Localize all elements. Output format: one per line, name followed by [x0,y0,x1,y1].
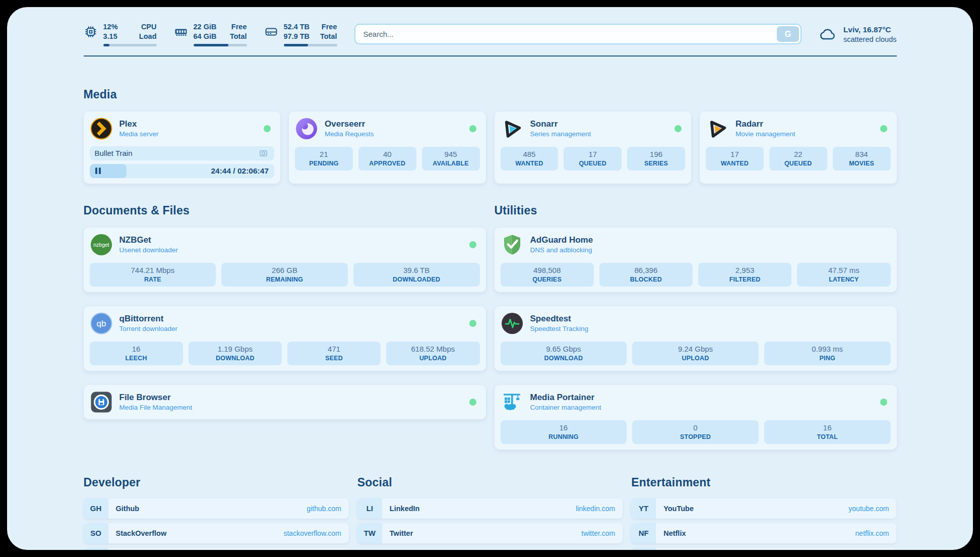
bookmark-url: stackoverflow.com [283,529,341,537]
now-playing-title: Bullet Train [95,149,260,157]
bookmark-row-github[interactable]: GH Github github.com [84,498,349,519]
ram-progress-fill [194,44,229,46]
service-card-nzbget[interactable]: nzbget NZBGet Usenet downloader 744.21 M… [84,228,486,292]
service-description: Usenet downloader [119,246,178,254]
stat-label: WANTED [707,160,763,167]
pause-icon [95,168,101,174]
search-input[interactable] [354,24,802,44]
speedtest-icon [501,312,524,335]
stat-value: 40 [359,150,415,158]
bookmark-row-youtube[interactable]: YT YouTube youtube.com [631,498,896,519]
stat-label: BLOCKED [600,276,692,283]
stat-box: 485WANTED [501,147,559,171]
stat-label: TOTAL [765,433,890,440]
service-description: Series management [530,130,591,138]
stat-box: 16TOTAL [764,420,891,444]
stat-value: 266 GB [222,266,347,274]
ram-icon [174,25,188,39]
disk-free: 52.4 TB [284,22,310,32]
section-title-documents: Documents & Files [84,204,486,217]
stat-value: 86,396 [600,266,692,274]
service-title: Sonarr [530,119,591,129]
service-card-speedtest[interactable]: Speedtest Speedtest Tracking 9.65 GbpsDO… [495,306,897,371]
cpu-label: CPU [141,22,157,32]
bookmark-abbr: SO [84,523,108,543]
cpu-load: 3.15 [103,32,117,41]
service-card-filebrowser[interactable]: File Browser Media File Management [84,385,486,419]
stat-label: SEED [288,355,380,362]
disk-widget: 52.4 TBFree 97.9 TBTotal [264,22,337,46]
dashboard-panel: 12%CPU 3.15Load 22 [7,7,973,550]
stat-value: 17 [707,150,763,158]
bookmark-group-developer: Developer GH Github github.com SO StackO… [84,476,349,550]
service-card-plex[interactable]: Plex Media server Bullet Train 24:44 / 0… [84,112,281,184]
stat-value: 16 [502,423,626,432]
service-card-overseerr[interactable]: Overseerr Media Requests 21PENDING 40APP… [289,112,486,184]
stat-box: 9.65 GbpsDOWNLOAD [501,342,627,365]
utilities-column: Utilities AdGuard Home DNS and adblockin… [495,204,897,450]
bookmark-row-stackoverflow[interactable]: SO StackOverflow stackoverflow.com [84,523,349,543]
stat-box: 17WANTED [706,147,764,171]
playback-progress-bar: 24:44 / 02:06:47 [90,164,275,178]
stat-value: 39.6 TB [354,266,479,274]
stat-value: 945 [423,150,479,158]
disk-total: 97.9 TB [284,32,310,41]
stat-value: 21 [296,150,352,158]
service-card-adguard[interactable]: AdGuard Home DNS and adblocking 498,508Q… [495,228,897,292]
stat-label: UPLOAD [387,355,478,362]
search-bar: G [354,24,802,44]
divider [84,55,897,57]
bookmark-row-linkedin[interactable]: LI LinkedIn linkedin.com [357,498,623,519]
stat-label: PING [765,355,890,362]
service-card-sonarr[interactable]: Sonarr Series management 485WANTED 17QUE… [495,112,692,184]
stat-box: 2,953FILTERED [698,263,791,287]
service-card-radarr[interactable]: Radarr Movie management 17WANTED 22QUEUE… [700,112,897,184]
status-dot [264,125,271,132]
service-title: Speedtest [530,314,589,324]
stat-value: 47.57 ms [798,266,889,274]
stat-label: SERIES [628,160,684,167]
weather-widget[interactable]: Lviv, 16.87°C scattered clouds [819,25,897,43]
bookmark-row-twitter[interactable]: TW Twitter twitter.com [357,523,623,543]
disk-free-label: Free [322,22,337,32]
service-card-qbittorrent[interactable]: qb qBittorrent Torrent downloader 16LEEC… [84,306,486,371]
qbittorrent-icon: qb [90,312,113,335]
service-description: Media server [119,130,159,138]
bookmark-abbr: YT [631,498,656,519]
bookmark-row-netflix[interactable]: NF Netflix netflix.com [631,523,896,543]
camera-icon[interactable] [260,149,269,157]
svg-text:nzbget: nzbget [93,241,109,247]
bookmark-row-reddit[interactable]: RE Reddit reddit.com [631,548,896,550]
search-button[interactable]: G [777,26,799,42]
bookmark-group-entertainment: Entertainment YT YouTube youtube.com NF … [631,476,896,550]
bookmark-name: StackOverflow [116,529,167,537]
stat-label: QUEUED [565,160,621,167]
stat-value: 22 [770,150,826,158]
cpu-widget: 12%CPU 3.15Load [84,22,157,46]
now-playing-row: Bullet Train [90,146,275,160]
service-card-portainer[interactable]: Media Portainer Container management 16R… [495,385,897,450]
ram-progress-track [194,44,247,46]
stat-value: 196 [628,150,684,158]
bookmark-name: Netflix [663,529,686,537]
service-title: AdGuard Home [530,235,593,245]
ram-widget: 22 GiBFree 64 GiBTotal [174,22,247,46]
documents-column: Documents & Files nzbget NZBGet Usenet d… [84,204,486,450]
service-description: Container management [530,404,601,411]
stat-value: 1.19 Gbps [190,345,281,353]
bookmark-row-dev[interactable]: DT DEV dev.to [84,548,349,550]
stat-value: 9.24 Gbps [633,345,758,353]
status-dot [469,399,476,406]
status-dot [880,125,887,132]
cpu-load-label: Load [139,32,157,41]
status-dot [469,241,476,248]
stat-box: 744.21 MbpsRATE [90,263,216,287]
bookmark-url: twitter.com [581,529,615,537]
bookmark-url: youtube.com [848,505,889,513]
stat-value: 0 [633,423,758,432]
stat-box: 16RUNNING [501,420,627,444]
stat-value: 485 [502,150,558,158]
cpu-percent: 12% [103,22,118,32]
svg-text:qb: qb [96,319,106,328]
bookmark-url: linkedin.com [576,505,615,513]
